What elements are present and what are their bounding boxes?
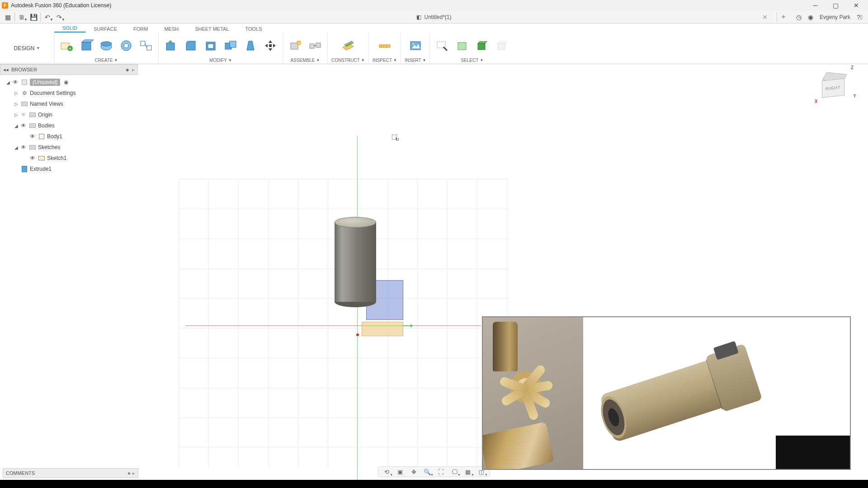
- svg-text:+: +: [69, 46, 71, 51]
- user-name[interactable]: Evgeny Park: [820, 14, 850, 20]
- chevron-down-icon[interactable]: ▼: [228, 58, 232, 62]
- minimize-button[interactable]: ─: [805, 0, 826, 11]
- chevron-down-icon[interactable]: ▼: [114, 58, 118, 62]
- tree-bodies[interactable]: ◢ 👁 Bodies: [5, 120, 138, 131]
- origin-point[interactable]: [356, 333, 359, 336]
- browser-header[interactable]: ◂◂ BROWSER ● ▸: [0, 64, 138, 75]
- extensions-button[interactable]: ◷: [796, 14, 802, 21]
- browser-pin-icon[interactable]: ▸: [132, 67, 135, 73]
- select-component-button[interactable]: [493, 37, 510, 54]
- document-tab[interactable]: ◧ Untitled*(1): [416, 14, 451, 20]
- view-cube[interactable]: RIGHT Z Y X: [819, 70, 850, 101]
- grid-settings-button[interactable]: ▦▼: [462, 467, 473, 476]
- close-button[interactable]: ✕: [846, 0, 866, 11]
- press-pull-button[interactable]: [162, 37, 179, 54]
- browser-options-icon[interactable]: ●: [126, 66, 129, 73]
- svg-rect-14: [208, 44, 213, 48]
- tab-solid[interactable]: SOLID: [54, 24, 85, 33]
- comments-bar[interactable]: COMMENTS ● ▸: [3, 468, 138, 478]
- insert-decal-button[interactable]: [407, 37, 424, 54]
- look-at-button[interactable]: ▣: [395, 467, 406, 476]
- pan-button[interactable]: ✥: [408, 467, 419, 476]
- tab-tools[interactable]: TOOLS: [237, 25, 270, 33]
- move-button[interactable]: [262, 37, 279, 54]
- taskbar-strip: [0, 480, 868, 488]
- save-button[interactable]: 💾: [28, 12, 39, 23]
- expand-icon[interactable]: ◢: [14, 123, 19, 128]
- new-component-button[interactable]: ★: [287, 37, 304, 54]
- joint-button[interactable]: [307, 37, 324, 54]
- expand-icon[interactable]: ▷: [14, 91, 19, 96]
- tab-close-button[interactable]: ✕: [760, 14, 770, 21]
- tree-document-settings[interactable]: ▷ ⚙ Document Settings: [5, 88, 138, 99]
- fillet-button[interactable]: [182, 37, 199, 54]
- visibility-icon[interactable]: 👁: [30, 155, 36, 161]
- construct-plane-button[interactable]: [340, 37, 357, 54]
- tab-mesh[interactable]: MESH: [156, 25, 187, 33]
- tab-surface[interactable]: SURFACE: [85, 25, 125, 33]
- visibility-icon[interactable]: 👁: [13, 79, 19, 85]
- display-settings-button[interactable]: 🖵▼: [449, 467, 460, 476]
- maximize-button[interactable]: ▢: [826, 0, 846, 11]
- tree-origin[interactable]: ▷ 👁 Origin: [5, 109, 138, 120]
- window-select-button[interactable]: [434, 37, 451, 54]
- file-menu-button[interactable]: 🗎▼: [16, 12, 28, 23]
- tree-extrude1[interactable]: Extrude1: [5, 164, 138, 174]
- zoom-button[interactable]: 🔍▼: [422, 467, 433, 476]
- orbit-button[interactable]: ⟲▼: [381, 467, 392, 476]
- tree-sketches[interactable]: ◢ 👁 Sketches: [5, 142, 138, 153]
- group-assemble: ★ ASSEMBLE▼: [283, 33, 328, 64]
- comments-options-icon[interactable]: ●: [127, 470, 131, 476]
- chevron-down-icon[interactable]: ▼: [393, 58, 397, 62]
- body-cylinder[interactable]: [335, 217, 376, 307]
- select-face-button[interactable]: [453, 37, 471, 54]
- document-title: Untitled*(1): [424, 14, 451, 20]
- extrude-button[interactable]: [78, 37, 95, 54]
- notifications-button[interactable]: ◉: [808, 14, 813, 21]
- visibility-icon[interactable]: 👁: [21, 144, 27, 150]
- tree-label: Sketch1: [47, 155, 66, 161]
- new-tab-button[interactable]: ＋: [777, 12, 790, 22]
- select-body-button[interactable]: [473, 37, 491, 54]
- draft-button[interactable]: [242, 37, 259, 54]
- collapse-icon[interactable]: ◂◂: [3, 67, 9, 73]
- tree-named-views[interactable]: ▷ Named Views: [5, 99, 138, 109]
- help-button[interactable]: ?⃝: [857, 14, 863, 21]
- expand-icon[interactable]: ▷: [14, 113, 19, 117]
- shell-button[interactable]: [202, 37, 219, 54]
- expand-icon[interactable]: ▷: [14, 102, 19, 107]
- measure-button[interactable]: [376, 37, 393, 54]
- reference-image-window[interactable]: [482, 316, 851, 470]
- tree-sketch1[interactable]: 👁 Sketch1: [5, 153, 138, 164]
- redo-button[interactable]: ↷▼: [53, 12, 65, 23]
- data-panel-button[interactable]: ▦: [2, 12, 14, 23]
- svg-marker-37: [478, 42, 487, 43]
- chevron-down-icon[interactable]: ▼: [480, 58, 483, 62]
- activate-component-icon[interactable]: ◉: [64, 79, 68, 85]
- comments-pin-icon[interactable]: ▸: [132, 470, 135, 476]
- sketch-profile-tan[interactable]: [362, 322, 403, 336]
- chevron-down-icon[interactable]: ▼: [422, 58, 426, 62]
- visibility-icon[interactable]: 👁: [21, 112, 27, 118]
- svg-text:★: ★: [297, 41, 301, 45]
- visibility-icon[interactable]: 👁: [30, 133, 36, 140]
- tree-root[interactable]: ◢ 👁 (Unsaved) ◉: [5, 77, 138, 88]
- expand-icon[interactable]: ◢: [14, 145, 19, 150]
- undo-button[interactable]: ↶▼: [42, 12, 53, 23]
- tree-body1[interactable]: 👁 Body1: [5, 131, 138, 142]
- sweep-button[interactable]: [118, 37, 135, 54]
- combine-button[interactable]: [222, 37, 239, 54]
- expand-icon[interactable]: ◢: [5, 80, 11, 85]
- create-sketch-button[interactable]: +: [58, 37, 75, 54]
- chevron-down-icon[interactable]: ▼: [316, 58, 320, 62]
- svg-rect-18: [269, 44, 272, 47]
- revolve-button[interactable]: [98, 37, 115, 54]
- loft-button[interactable]: [137, 37, 155, 54]
- fit-button[interactable]: ⛶: [435, 467, 446, 476]
- tab-sheet-metal[interactable]: SHEET METAL: [187, 25, 237, 33]
- chevron-down-icon[interactable]: ▼: [361, 58, 365, 62]
- tab-form[interactable]: FORM: [125, 25, 156, 33]
- workspace-switcher[interactable]: DESIGN ▼: [0, 33, 54, 64]
- viewcube-y-label: Y: [853, 94, 856, 99]
- visibility-icon[interactable]: 👁: [21, 122, 27, 129]
